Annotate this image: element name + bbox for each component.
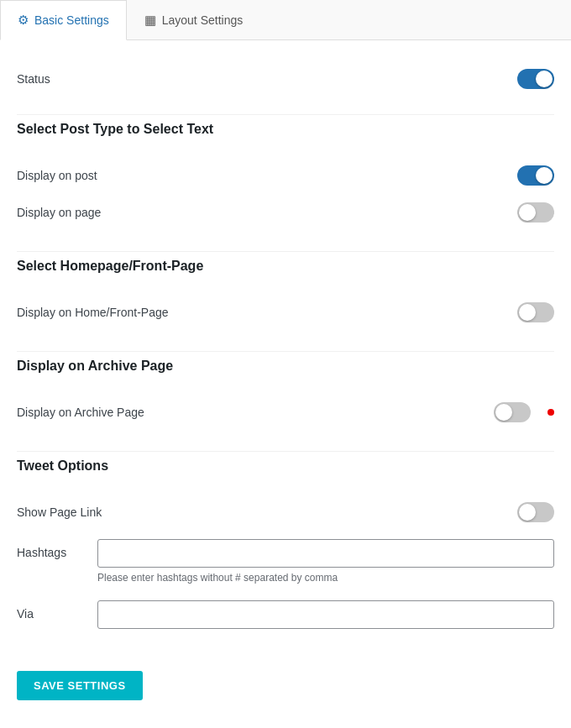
status-toggle[interactable] — [517, 69, 554, 89]
display-on-page-label: Display on page — [17, 206, 101, 219]
tab-layout-label: Layout Settings — [162, 13, 244, 27]
homepage-title: Select Homepage/Front-Page — [17, 259, 554, 280]
content-area: Status Select Post Type to Select Text D… — [0, 40, 571, 720]
display-on-archive-label: Display on Archive Page — [17, 406, 144, 419]
show-page-link-toggle[interactable] — [517, 502, 554, 522]
post-type-title: Select Post Type to Select Text — [17, 122, 554, 144]
hashtags-hint: Please enter hashtags without # separate… — [97, 572, 554, 584]
divider-2 — [17, 251, 554, 252]
hashtags-label: Hashtags — [17, 539, 84, 559]
status-label: Status — [17, 72, 50, 86]
display-on-page-knob — [519, 204, 536, 221]
display-on-page-toggle[interactable] — [517, 202, 554, 223]
status-row: Status — [17, 60, 554, 97]
show-page-link-label: Show Page Link — [17, 505, 102, 519]
archive-toggle-wrap — [494, 402, 554, 422]
display-on-page-row: Display on page — [17, 194, 554, 231]
archive-red-dot — [547, 409, 554, 416]
divider-1 — [17, 114, 554, 115]
archive-title: Display on Archive Page — [17, 359, 554, 380]
display-on-home-toggle[interactable] — [517, 302, 554, 322]
display-on-archive-knob — [495, 404, 512, 421]
via-input[interactable] — [97, 600, 554, 629]
via-row: Via — [17, 592, 554, 637]
display-on-archive-toggle[interactable] — [494, 402, 531, 422]
basic-settings-icon: ⚙ — [18, 13, 29, 28]
display-on-post-label: Display on post — [17, 169, 97, 182]
display-on-home-label: Display on Home/Front-Page — [17, 306, 169, 319]
display-on-home-knob — [519, 304, 536, 321]
divider-3 — [17, 351, 554, 352]
layout-settings-icon: ▦ — [144, 13, 156, 28]
post-type-section: Select Post Type to Select Text Display … — [17, 122, 554, 231]
hashtags-row: Hashtags Please enter hashtags without #… — [17, 531, 554, 592]
tweet-options-section: Tweet Options Show Page Link Hashtags Pl… — [17, 458, 554, 637]
show-page-link-knob — [519, 504, 536, 521]
save-button[interactable]: SAVE SETTINGS — [17, 671, 143, 700]
homepage-section: Select Homepage/Front-Page Display on Ho… — [17, 259, 554, 331]
tab-basic[interactable]: ⚙ Basic Settings — [0, 0, 127, 40]
display-on-post-row: Display on post — [17, 157, 554, 194]
settings-container: ⚙ Basic Settings ▦ Layout Settings Statu… — [0, 0, 571, 728]
divider-4 — [17, 451, 554, 452]
via-input-wrap — [97, 600, 554, 629]
save-section: SAVE SETTINGS — [17, 657, 554, 700]
tab-layout[interactable]: ▦ Layout Settings — [127, 0, 261, 39]
status-section: Status — [17, 60, 554, 97]
hashtags-input-wrap: Please enter hashtags without # separate… — [97, 539, 554, 584]
display-on-archive-row: Display on Archive Page — [17, 394, 554, 431]
display-on-home-row: Display on Home/Front-Page — [17, 294, 554, 331]
tweet-options-title: Tweet Options — [17, 458, 554, 480]
hashtags-input[interactable] — [97, 539, 554, 568]
via-label: Via — [17, 600, 84, 621]
tab-basic-label: Basic Settings — [34, 13, 109, 27]
display-on-post-knob — [536, 167, 553, 184]
show-page-link-row: Show Page Link — [17, 494, 554, 531]
archive-section: Display on Archive Page Display on Archi… — [17, 359, 554, 431]
status-toggle-knob — [536, 71, 553, 87]
display-on-post-toggle[interactable] — [517, 165, 554, 186]
tab-bar: ⚙ Basic Settings ▦ Layout Settings — [0, 0, 571, 40]
